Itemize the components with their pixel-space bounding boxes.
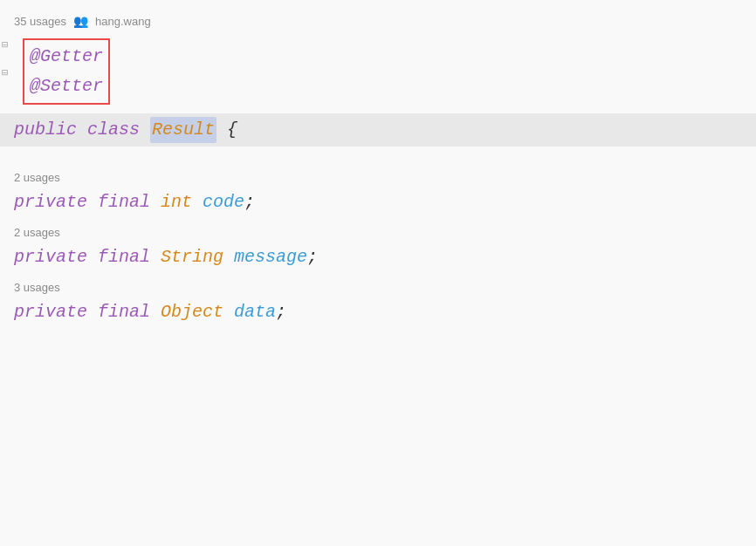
- field2-name: message: [223, 244, 307, 270]
- field3-line: private final Object data ;: [0, 296, 756, 329]
- field3-final: final: [98, 299, 161, 325]
- field1-modifier: private: [14, 189, 98, 215]
- field1-type: int: [161, 189, 192, 215]
- field2-semicolon: ;: [307, 244, 318, 270]
- open-brace: {: [216, 117, 237, 143]
- spacer-1: [0, 147, 756, 164]
- code-view: 35 usages 👥 hang.wang ⊟ ⊟ @Getter @Sette…: [0, 0, 756, 546]
- field2-line: private final String message ;: [0, 241, 756, 274]
- public-keyword: public: [14, 117, 87, 143]
- top-usages-count: 35 usages: [14, 15, 66, 28]
- field3-name: data: [223, 299, 276, 325]
- field1-final: final: [98, 189, 161, 215]
- field3-semicolon: ;: [276, 299, 286, 325]
- code-area: 35 usages 👥 hang.wang ⊟ ⊟ @Getter @Sette…: [0, 0, 756, 546]
- class-name: Result: [150, 117, 216, 143]
- field1-semicolon: ;: [244, 189, 255, 215]
- field1-name: code: [192, 189, 244, 215]
- field2-usages: 2 usages: [0, 219, 756, 241]
- field1-usages: 2 usages: [0, 164, 756, 186]
- field2-modifier: private: [14, 244, 98, 270]
- fold-icon-getter: ⊟: [2, 38, 8, 51]
- class-keyword: class: [87, 117, 150, 143]
- field3-type: Object: [161, 299, 223, 325]
- field3-usages: 3 usages: [0, 274, 756, 296]
- field2-type: String: [161, 244, 223, 270]
- getter-annotation: @Getter: [30, 42, 103, 72]
- top-meta: 35 usages 👥 hang.wang: [0, 9, 756, 33]
- field2-final: final: [98, 244, 161, 270]
- setter-annotation: @Setter: [30, 72, 103, 101]
- class-declaration-line: public class Result {: [0, 113, 756, 147]
- annotation-box: @Getter @Setter: [23, 38, 110, 105]
- field3-modifier: private: [14, 299, 98, 325]
- fold-icon-setter: ⊟: [2, 66, 8, 79]
- author-icon: 👥: [73, 14, 88, 28]
- author-name: hang.wang: [95, 15, 151, 28]
- field1-line: private final int code ;: [0, 186, 756, 219]
